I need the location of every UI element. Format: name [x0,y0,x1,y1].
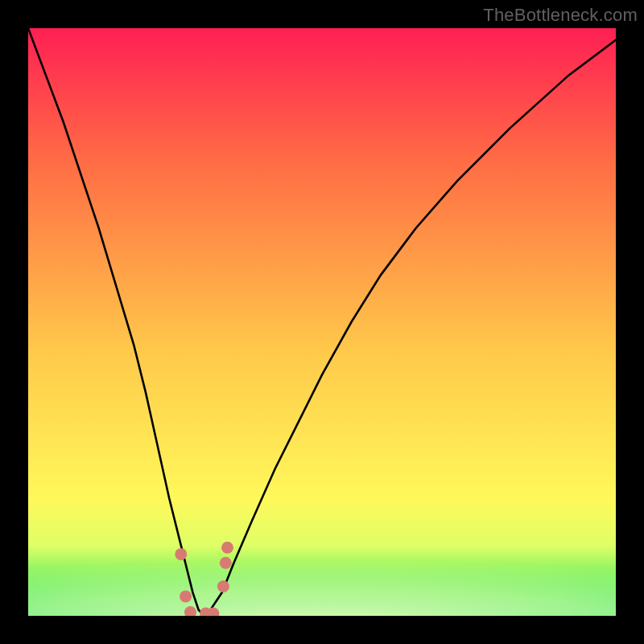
data-marker [207,608,219,616]
plot-area [28,28,616,616]
data-marker [184,606,196,616]
data-marker [221,542,233,554]
mismatch-curve [28,28,616,616]
data-marker [217,580,229,592]
data-marker [175,548,187,560]
chart-frame: TheBottleneck.com [0,0,644,644]
attribution-label: TheBottleneck.com [483,5,638,26]
data-marker [220,557,232,569]
data-marker [200,608,212,616]
baseline-glow [28,519,616,616]
data-marker [180,590,192,602]
curve-layer [28,28,616,616]
marker-layer [175,542,233,616]
